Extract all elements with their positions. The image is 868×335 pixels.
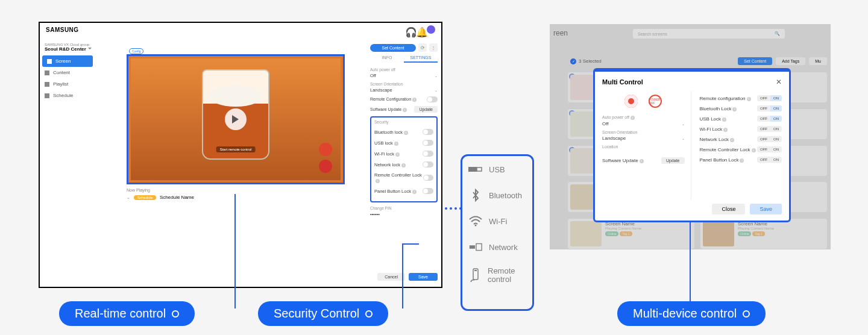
security-highlight: Security Bluetooth locki USB locki Wi-Fi… [370, 116, 438, 202]
header: SAMSUNG 🎧 🔔 [40, 23, 441, 36]
remote-config-toggle[interactable] [427, 96, 438, 102]
close-icon[interactable]: ✕ [776, 78, 782, 86]
connector-dots [445, 207, 462, 210]
security-types-box: USB Bluetooth Wi-Fi Network Remote contr… [461, 154, 534, 311]
mid-usb: USB [468, 163, 526, 175]
pill-dot-icon [365, 310, 373, 318]
rc-lock-toggle[interactable] [423, 175, 433, 181]
update-button[interactable]: Update [414, 106, 438, 113]
rc-lock-label: Remote Controller Locki [374, 172, 423, 183]
pb-lock-toggle[interactable] [423, 188, 433, 194]
tab-settings[interactable]: SETTINGS [404, 55, 438, 63]
main-area: Config Start remote control Now Playing … [98, 43, 366, 283]
rc-lock-toggle[interactable]: OFFON [757, 146, 782, 152]
net-lock-toggle[interactable] [423, 161, 433, 168]
refresh-icon[interactable]: ⟳ [418, 43, 427, 52]
net-lock-label: Network locki [374, 162, 406, 168]
config-badge[interactable]: Config [129, 48, 143, 54]
sidebar: SAMSUNG VX Cloud group Seoul R&D Center … [40, 41, 95, 101]
orientation-select[interactable]: Landscape⌄ [370, 87, 438, 93]
chevron-down-icon[interactable]: ⌄ [127, 195, 130, 200]
usb-lock-toggle[interactable]: OFFON [757, 116, 782, 122]
mid-wifi: Wi-Fi [468, 215, 526, 227]
info-icon[interactable]: i [412, 98, 417, 102]
headset-icon[interactable]: 🎧 [405, 27, 411, 33]
now-playing: Now Playing ⌄ Schedule Schedule Name [127, 188, 345, 200]
change-pin-label: Change PIN [370, 206, 438, 210]
cream-graphic [209, 85, 263, 107]
nav-content[interactable]: Content [40, 67, 95, 78]
connector-line [690, 222, 691, 302]
software-update-label: Software Updatei [370, 107, 407, 112]
modal-right-col: Remote configurationiOFFON Bluetooth Loc… [700, 91, 782, 200]
modal-left-col: POWER OFF Auto power offi Off⌄ Screen Or… [602, 91, 691, 200]
connector-line [234, 194, 236, 308]
more-icon[interactable]: ⋮ [429, 43, 438, 52]
save-button[interactable]: Save [409, 273, 438, 281]
pill-realtime: Real-time control [59, 301, 195, 326]
auto-power-select[interactable]: Off⌄ [370, 73, 438, 78]
svg-rect-3 [476, 243, 482, 250]
close-button[interactable]: Close [712, 204, 745, 214]
save-button[interactable]: Save [750, 204, 782, 214]
bluetooth-icon [468, 189, 483, 201]
power-off-button[interactable]: POWER OFF [649, 95, 662, 108]
wifi-lock-toggle[interactable] [423, 151, 433, 157]
bt-lock-toggle[interactable] [423, 129, 433, 135]
settings-panel: Set Content ⟳ ⋮ INFO SETTINGS Auto power… [370, 43, 438, 283]
pill-dot-icon [172, 310, 179, 318]
modal-title: Multi Control [602, 78, 643, 86]
playlist-icon [45, 82, 49, 87]
pb-lock-label: Panel Button Locki [374, 189, 417, 194]
avatar[interactable] [427, 25, 435, 34]
remote-cfg-toggle[interactable]: OFFON [757, 95, 782, 101]
network-icon [468, 241, 483, 253]
orientation-label: Screen Orientation [370, 82, 438, 86]
mid-network: Network [468, 241, 526, 253]
svg-rect-1 [477, 168, 482, 171]
update-button[interactable]: Update [661, 157, 685, 164]
pb-lock-toggle[interactable]: OFFON [757, 157, 782, 163]
nav-playlist[interactable]: Playlist [40, 78, 95, 90]
nav-screen[interactable]: Screen [42, 55, 93, 67]
power-button[interactable] [319, 160, 332, 173]
info-icon[interactable]: i [403, 108, 407, 112]
wifi-lock-label: Wi-Fi locki [374, 151, 400, 157]
play-icon[interactable] [225, 108, 247, 130]
pill-dot-icon [743, 310, 750, 318]
org-name[interactable]: Seoul R&D Center [40, 46, 95, 55]
set-content-button[interactable]: Set Content [370, 44, 416, 52]
tab-info[interactable]: INFO [370, 55, 404, 63]
mid-bluetooth: Bluetooth [468, 189, 526, 201]
auto-power-select[interactable]: Off⌄ [602, 121, 685, 127]
bell-icon[interactable]: 🔔 [416, 27, 422, 33]
svg-rect-4 [470, 245, 475, 249]
pill-security: Security Control [258, 301, 388, 326]
net-lock-toggle[interactable]: OFFON [757, 136, 782, 142]
record-button[interactable] [319, 143, 332, 156]
svg-rect-0 [468, 167, 477, 172]
connector-line [402, 243, 419, 245]
change-pin-field[interactable]: •••••• [370, 211, 438, 217]
schedule-name: Schedule Name [160, 195, 194, 200]
orientation-label: Screen Orientation [602, 130, 685, 134]
mid-remote: Remote control [468, 267, 526, 283]
screen-icon [47, 59, 52, 64]
schedule-chip: Schedule [134, 195, 156, 200]
wifi-lock-toggle[interactable]: OFFON [757, 126, 782, 132]
remote-label: Start remote control [216, 146, 256, 152]
remote-config-label: Remote Configurationi [370, 97, 417, 102]
orientation-select[interactable]: Landscape⌄ [602, 136, 685, 141]
bt-lock-toggle[interactable]: OFFON [757, 105, 782, 111]
pill-multi: Multi-device control [617, 301, 766, 326]
power-on-button[interactable] [624, 95, 638, 108]
auto-power-label: Auto power offi [602, 115, 685, 120]
security-title: Security [374, 120, 433, 124]
location-label: Location [602, 145, 685, 149]
nav-schedule[interactable]: Schedule [40, 90, 95, 101]
svg-point-2 [475, 225, 477, 227]
connector-line [402, 243, 403, 308]
cancel-button[interactable]: Cancel [377, 273, 405, 281]
usb-lock-toggle[interactable] [423, 140, 433, 146]
content-icon [45, 70, 49, 75]
